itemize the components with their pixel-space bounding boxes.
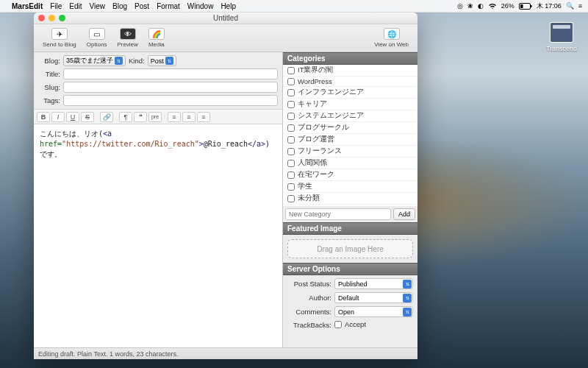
add-category-button[interactable]: Add: [393, 208, 415, 220]
notifications-icon[interactable]: ≡: [578, 2, 582, 10]
category-item[interactable]: システムエンジニア: [283, 110, 417, 122]
status-icon[interactable]: ❀: [467, 2, 473, 10]
clock[interactable]: 木 17:06: [537, 1, 562, 11]
category-checkbox[interactable]: [287, 89, 295, 96]
chevron-updown-icon: ⇅: [115, 57, 123, 65]
status-icon[interactable]: ◐: [478, 2, 484, 10]
spotlight-icon[interactable]: 🔍: [566, 2, 574, 10]
post-status-label: Post Status:: [287, 280, 331, 288]
kind-select[interactable]: Post ⇅: [148, 55, 176, 66]
category-item[interactable]: ブログ運営: [283, 134, 417, 146]
tags-input[interactable]: [63, 95, 278, 106]
category-checkbox[interactable]: [287, 195, 295, 202]
menu-format[interactable]: Format: [157, 2, 180, 10]
battery-percent: 26%: [501, 2, 514, 10]
chevron-updown-icon: ⇅: [403, 294, 412, 302]
drive-label: Transcend: [545, 45, 578, 52]
strike-button[interactable]: S: [81, 112, 94, 122]
blog-select[interactable]: 35歳でまだ迷子 ⇅: [63, 55, 126, 66]
comments-select[interactable]: Open⇅: [334, 306, 413, 317]
chevron-updown-icon: ⇅: [403, 280, 412, 289]
categories-header: Categories: [283, 52, 417, 65]
wifi-icon[interactable]: [488, 3, 497, 10]
category-checkbox[interactable]: [287, 136, 295, 144]
slug-input[interactable]: [63, 82, 278, 93]
category-item[interactable]: フリーランス: [283, 146, 417, 158]
media-label: Media: [148, 41, 165, 48]
menu-view[interactable]: View: [90, 2, 106, 10]
link-button[interactable]: 🔗: [100, 112, 113, 122]
options-button[interactable]: ▭ Options: [84, 27, 110, 49]
kind-label: Kind:: [129, 57, 145, 65]
media-button[interactable]: 🌈 Media: [146, 27, 168, 49]
menu-post[interactable]: Post: [135, 2, 149, 10]
new-category-input[interactable]: [285, 208, 391, 220]
categories-list[interactable]: IT業界の闇WordPressインフラエンジニアキャリアシステムエンジニアブログ…: [283, 65, 417, 206]
post-status-value: Published: [338, 280, 368, 288]
category-item[interactable]: インフラエンジニア: [283, 87, 417, 99]
trackbacks-checkbox[interactable]: Accept: [334, 320, 366, 328]
category-item[interactable]: 未分類: [283, 193, 417, 205]
status-icon[interactable]: ◎: [457, 2, 463, 10]
category-checkbox[interactable]: [287, 101, 295, 108]
view-on-web-button[interactable]: 🌐 View on Web: [371, 27, 412, 49]
menu-help[interactable]: Help: [220, 2, 236, 10]
svg-rect-2: [520, 4, 523, 8]
author-value: Default: [338, 294, 359, 302]
paragraph-button[interactable]: ¶: [119, 112, 132, 122]
author-label: Author:: [287, 294, 331, 302]
featured-image-dropzone[interactable]: Drag an Image Here: [287, 239, 413, 258]
align-left-button[interactable]: ≡: [168, 112, 181, 122]
category-item[interactable]: 在宅ワーク: [283, 169, 417, 181]
category-item[interactable]: WordPress: [283, 77, 417, 87]
desktop-drive[interactable]: Transcend: [545, 22, 578, 52]
align-center-button[interactable]: ≡: [182, 112, 196, 122]
blog-label: Blog:: [38, 57, 60, 65]
category-item[interactable]: 学生: [283, 181, 417, 193]
category-checkbox[interactable]: [287, 183, 295, 191]
category-item[interactable]: ブログサークル: [283, 122, 417, 134]
send-to-blog-button[interactable]: ✈ Send to Blog: [40, 27, 79, 49]
category-item[interactable]: 人間関係: [283, 158, 417, 169]
preview-button[interactable]: 👁 Preview: [114, 27, 140, 49]
text-editor[interactable]: こんにちは、リオ(<a href="https://twitter.com/Ri…: [34, 124, 282, 347]
underline-button[interactable]: U: [66, 112, 79, 122]
category-checkbox[interactable]: [287, 160, 295, 167]
post-metadata: Blog: 35歳でまだ迷子 ⇅ Kind: Post ⇅ Title:: [34, 52, 282, 110]
category-checkbox[interactable]: [287, 124, 295, 132]
trackbacks-label: TrackBacks:: [287, 321, 331, 329]
quote-button[interactable]: ❝: [134, 112, 147, 122]
category-checkbox[interactable]: [287, 78, 295, 85]
menu-window[interactable]: Window: [187, 2, 214, 10]
bold-button[interactable]: B: [37, 112, 50, 122]
globe-icon: 🌐: [384, 28, 400, 40]
media-icon: 🌈: [148, 28, 165, 40]
category-label: ブログサークル: [298, 123, 349, 132]
italic-button[interactable]: I: [51, 112, 65, 122]
editor-text: "https://twitter.com/Rio_reach": [62, 140, 199, 148]
server-options-header: Server Options: [283, 263, 417, 275]
app-menu[interactable]: MarsEdit: [12, 2, 43, 10]
slug-label: Slug:: [38, 83, 60, 91]
menu-blog[interactable]: Blog: [112, 2, 127, 10]
category-checkbox[interactable]: [287, 171, 295, 179]
options-label: Options: [87, 41, 107, 48]
author-select[interactable]: Default⇅: [334, 292, 413, 303]
menu-file[interactable]: File: [50, 2, 62, 10]
pre-button[interactable]: pre: [148, 112, 162, 122]
category-checkbox[interactable]: [287, 67, 295, 74]
category-checkbox[interactable]: [287, 148, 295, 155]
align-right-button[interactable]: ≡: [197, 112, 210, 122]
battery-icon[interactable]: [519, 3, 532, 10]
post-status-select[interactable]: Published⇅: [334, 278, 413, 289]
titlebar[interactable]: Untitled: [34, 13, 417, 24]
category-checkbox[interactable]: [287, 113, 295, 120]
title-input[interactable]: [63, 68, 278, 79]
marsedit-window: Untitled ✈ Send to Blog ▭ Options 👁 Prev…: [34, 13, 417, 359]
menu-edit[interactable]: Edit: [69, 2, 82, 10]
drive-icon: [550, 22, 573, 43]
editor-text: @Rio_reach: [204, 140, 248, 148]
editor-text: こんにちは、リオ(: [40, 130, 103, 138]
category-item[interactable]: キャリア: [283, 99, 417, 110]
category-item[interactable]: IT業界の闇: [283, 65, 417, 77]
